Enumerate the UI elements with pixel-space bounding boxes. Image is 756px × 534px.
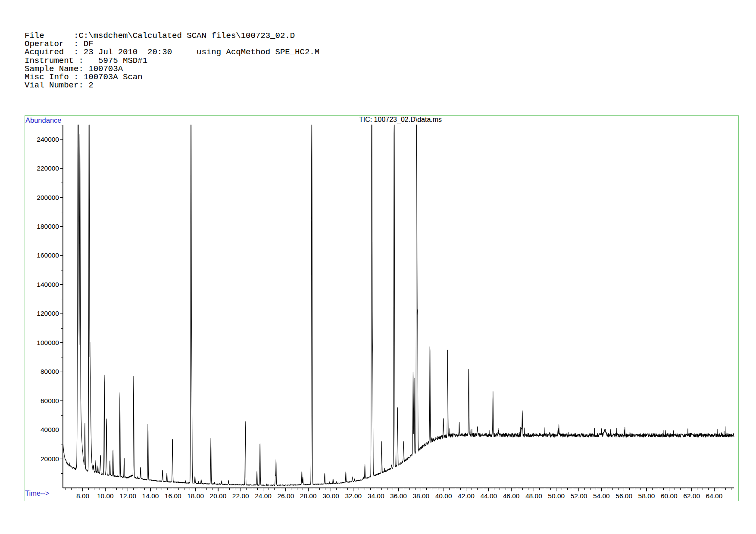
svg-text:44.00: 44.00 [480, 492, 497, 500]
svg-text:10.00: 10.00 [97, 492, 114, 500]
svg-text:120000: 120000 [37, 310, 59, 317]
svg-text:200000: 200000 [37, 194, 59, 201]
svg-text:42.00: 42.00 [458, 492, 475, 500]
svg-text:38.00: 38.00 [412, 492, 429, 500]
svg-text:140000: 140000 [37, 281, 59, 288]
svg-text:160000: 160000 [37, 251, 59, 259]
svg-text:40000: 40000 [41, 426, 59, 433]
svg-text:20000: 20000 [41, 455, 59, 463]
svg-text:80000: 80000 [41, 368, 59, 375]
svg-text:24.00: 24.00 [255, 492, 272, 500]
svg-text:50.00: 50.00 [548, 492, 565, 500]
tick-labels: 2000040000600008000010000012000014000016… [37, 136, 722, 500]
svg-text:54.00: 54.00 [593, 492, 610, 500]
svg-text:40.00: 40.00 [435, 492, 452, 500]
svg-text:28.00: 28.00 [300, 492, 317, 500]
svg-text:34.00: 34.00 [368, 492, 384, 500]
svg-text:12.00: 12.00 [119, 492, 136, 500]
svg-text:32.00: 32.00 [345, 492, 362, 500]
svg-text:22.00: 22.00 [232, 492, 249, 500]
svg-text:180000: 180000 [37, 223, 59, 230]
svg-text:26.00: 26.00 [278, 492, 294, 500]
svg-text:62.00: 62.00 [683, 492, 700, 500]
svg-text:100000: 100000 [37, 339, 59, 346]
svg-text:20.00: 20.00 [210, 492, 227, 500]
svg-text:58.00: 58.00 [638, 492, 655, 500]
svg-text:36.00: 36.00 [390, 492, 407, 500]
svg-text:30.00: 30.00 [322, 492, 339, 500]
tic-trace-line [63, 125, 734, 486]
svg-text:56.00: 56.00 [615, 492, 632, 500]
svg-text:48.00: 48.00 [525, 492, 542, 500]
svg-text:60000: 60000 [41, 397, 59, 404]
svg-text:8.00: 8.00 [76, 492, 90, 500]
svg-text:18.00: 18.00 [187, 492, 204, 500]
svg-text:52.00: 52.00 [571, 492, 587, 500]
chromatogram-plot-area[interactable]: 2000040000600008000010000012000014000016… [0, 0, 756, 534]
chromatogram-report-page: File :C:\msdchem\Calculated SCAN files\1… [0, 0, 756, 534]
svg-text:220000: 220000 [37, 165, 59, 172]
svg-text:60.00: 60.00 [661, 492, 678, 500]
svg-text:16.00: 16.00 [165, 492, 181, 500]
svg-text:240000: 240000 [37, 136, 59, 143]
svg-text:14.00: 14.00 [142, 492, 159, 500]
svg-text:64.00: 64.00 [706, 492, 723, 500]
svg-text:46.00: 46.00 [503, 492, 520, 500]
